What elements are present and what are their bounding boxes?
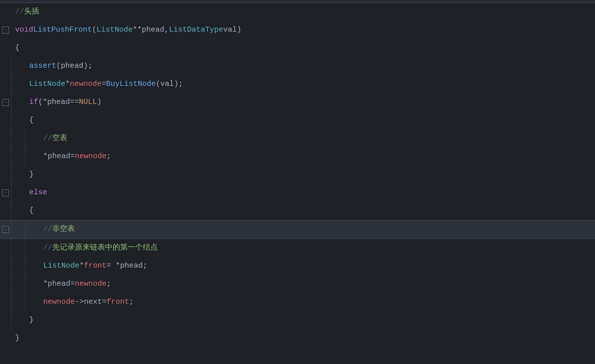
fold-gutter[interactable]: −	[0, 184, 11, 202]
indent-guide	[25, 148, 39, 166]
code-line: *phead = newnode;	[0, 275, 595, 293]
code-content: if (*phead == NULL)	[25, 93, 595, 111]
token-white: *	[43, 96, 47, 108]
code-content: ListNode* newnode = BuyListNode(val);	[25, 75, 595, 93]
fold-gutter[interactable]	[0, 311, 11, 329]
fold-gutter[interactable]	[0, 239, 11, 257]
indent-guide	[11, 311, 25, 329]
code-line: }	[0, 166, 595, 184]
token-type: ListNode	[96, 24, 133, 36]
token-variable: front	[84, 260, 107, 272]
token-comment-zh: 头插	[24, 6, 39, 18]
code-content: {	[11, 39, 595, 57]
code-line: {	[0, 111, 595, 130]
token-white: ;	[129, 296, 134, 308]
code-line: −// 非空表	[0, 220, 595, 239]
indent-guide	[11, 257, 25, 275]
fold-marker[interactable]: −	[2, 99, 9, 106]
token-white: =	[102, 296, 107, 308]
code-line: // 先记录原来链表中的第一个结点	[0, 239, 595, 257]
code-line: −void ListPushFront(ListNode** phead, Li…	[0, 21, 595, 39]
code-content: {	[25, 111, 595, 130]
indent-guide	[11, 130, 25, 148]
token-function: assert	[29, 60, 56, 72]
fold-gutter[interactable]	[0, 111, 11, 130]
indent-guide	[11, 57, 25, 75]
token-white: *	[65, 78, 70, 90]
token-white: *	[43, 151, 48, 163]
code-content: }	[25, 311, 595, 329]
token-white: =	[70, 278, 75, 290]
fold-gutter[interactable]	[0, 202, 11, 220]
token-brace: }	[15, 332, 20, 344]
token-variable: front	[107, 296, 129, 308]
fold-gutter[interactable]	[0, 75, 11, 93]
token-brace: }	[29, 314, 34, 326]
fold-gutter[interactable]	[0, 166, 11, 184]
token-variable: newnode	[43, 296, 75, 308]
token-white: =	[70, 151, 75, 163]
fold-marker[interactable]: −	[2, 226, 9, 233]
fold-gutter[interactable]	[0, 293, 11, 311]
code-content: void ListPushFront(ListNode** phead, Lis…	[11, 21, 595, 39]
code-line: ListNode* newnode = BuyListNode(val);	[0, 75, 595, 93]
fold-gutter[interactable]	[0, 148, 11, 166]
indent-guide	[11, 293, 25, 311]
token-paren: (	[92, 24, 96, 36]
token-function: ListPushFront	[33, 24, 92, 36]
code-line: *phead = newnode;	[0, 148, 595, 166]
indent-guide	[25, 275, 39, 293]
code-block: // 头插−void ListPushFront(ListNode** phea…	[0, 3, 595, 347]
fold-gutter[interactable]	[0, 3, 11, 21]
code-content: }	[11, 329, 595, 347]
token-variable: newnode	[75, 151, 107, 163]
fold-gutter[interactable]: −	[0, 220, 11, 238]
token-function: BuyListNode	[106, 78, 156, 90]
fold-marker[interactable]: −	[2, 189, 9, 196]
fold-gutter[interactable]: −	[0, 21, 11, 39]
code-line: −else	[0, 184, 595, 202]
fold-gutter[interactable]	[0, 275, 11, 293]
code-line: }	[0, 311, 595, 329]
code-content: // 头插	[11, 3, 595, 21]
token-white: ==	[70, 96, 79, 108]
token-param: phead	[142, 24, 164, 36]
token-param: phead	[48, 151, 70, 163]
indent-guide	[11, 75, 25, 93]
token-param: phead	[61, 60, 83, 72]
code-content: newnode->next = front;	[39, 293, 595, 311]
token-param: phead	[47, 96, 70, 108]
code-content: }	[25, 166, 595, 184]
token-white: ;	[88, 60, 92, 72]
token-comment: //	[43, 133, 52, 145]
token-param: phead	[120, 260, 143, 272]
code-content: // 非空表	[39, 220, 595, 238]
fold-gutter[interactable]	[0, 57, 11, 75]
indent-guide	[11, 239, 25, 257]
fold-gutter[interactable]	[0, 130, 11, 148]
token-variable: newnode	[75, 278, 107, 290]
token-white: **	[133, 24, 142, 36]
code-line: −if (*phead == NULL)	[0, 93, 595, 111]
fold-gutter[interactable]	[0, 257, 11, 275]
token-white: *	[43, 278, 48, 290]
token-keyword: if	[29, 96, 38, 108]
token-param: phead	[48, 278, 70, 290]
fold-marker[interactable]: −	[2, 27, 9, 34]
fold-gutter[interactable]: −	[0, 93, 11, 111]
indent-guide	[25, 293, 39, 311]
code-line: ListNode* front = *phead;	[0, 257, 595, 275]
token-paren: )	[83, 60, 88, 72]
code-line: newnode->next = front;	[0, 293, 595, 311]
token-type: ListDataType	[169, 24, 223, 36]
token-white: ,	[164, 24, 169, 36]
token-paren: )	[174, 78, 178, 90]
indent-guide	[25, 257, 39, 275]
indent-guide	[11, 220, 25, 238]
token-brace: {	[29, 114, 34, 127]
fold-gutter[interactable]	[0, 329, 11, 347]
fold-gutter[interactable]	[0, 39, 11, 57]
token-param: val	[160, 78, 174, 90]
token-keyword: else	[29, 187, 47, 199]
code-content: // 先记录原来链表中的第一个结点	[39, 239, 595, 257]
